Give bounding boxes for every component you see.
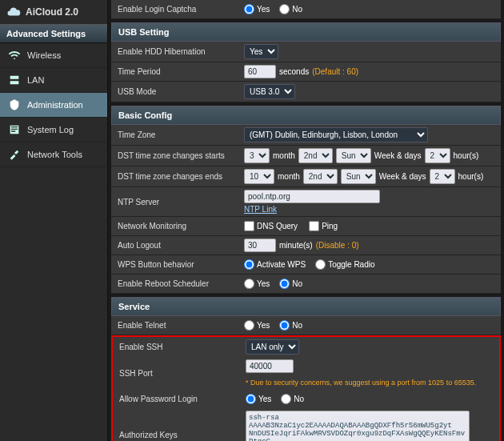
row-label-allow-pw: Allow Password Login [113, 391, 241, 407]
dst-start-hour[interactable]: 2 [425, 148, 450, 163]
telnet-no[interactable]: No [279, 320, 302, 331]
logo: AiCloud 2.0 [0, 0, 107, 24]
tz-select[interactable]: (GMT) Dublin, Edinburgh, Lisbon, London [244, 127, 428, 142]
row-label-tz: Time Zone [111, 127, 239, 142]
ntp-input[interactable] [244, 190, 380, 203]
sidebar-item-wireless[interactable]: Wireless [0, 43, 107, 68]
wps-toggle[interactable]: Toggle Radio [315, 259, 374, 270]
telnet-yes[interactable]: Yes [244, 320, 270, 331]
row-label-hdd-hib: Enable HDD Hibernation [111, 44, 239, 59]
row-label-netmon: Network Monitoring [111, 218, 239, 234]
usb-mode-select[interactable]: USB 3.0 [244, 84, 295, 99]
row-label-dst-end: DST time zone changes ends [111, 169, 239, 184]
wps-activate[interactable]: Activate WPS [244, 259, 306, 270]
row-label-wps: WPS Button behavior [111, 257, 239, 272]
dst-end-month[interactable]: 10 [244, 169, 274, 184]
admin-icon [8, 98, 21, 111]
row-label-usb-mode: USB Mode [111, 84, 239, 99]
sidebar-item-label: Wireless [27, 50, 61, 60]
sidebar-item-system-log[interactable]: System Log [0, 118, 107, 142]
wireless-icon [8, 49, 21, 62]
ssh-port-input[interactable] [246, 359, 294, 373]
allowpw-yes[interactable]: Yes [246, 394, 271, 404]
reboot-no[interactable]: No [279, 279, 302, 289]
allowpw-no[interactable]: No [281, 394, 304, 404]
dst-start-month[interactable]: 3 [244, 148, 270, 163]
row-label-ssh: Enable SSH [113, 339, 241, 355]
time-period-input[interactable] [244, 65, 276, 78]
dst-end-week[interactable]: 2nd [303, 169, 338, 184]
captcha-yes[interactable]: Yes [244, 4, 270, 14]
sidebar-item-label: Administration [27, 100, 83, 110]
row-label-ssh-port: SSH Port [113, 366, 241, 381]
ntp-link[interactable]: NTP Link [244, 205, 277, 214]
netmon-ping[interactable]: Ping [309, 221, 338, 231]
lan-icon [8, 74, 21, 86]
captcha-no[interactable]: No [279, 4, 302, 14]
advanced-settings-heading: Advanced Settings [0, 24, 107, 43]
row-label-autologout: Auto Logout [111, 238, 239, 253]
time-period-default: (Default : 60) [312, 67, 358, 76]
sidebar-item-label: System Log [27, 125, 74, 134]
tools-icon [8, 148, 21, 161]
row-label-reboot: Enable Reboot Scheduler [111, 276, 239, 291]
autologout-input[interactable] [244, 239, 276, 252]
row-label-time-period: Time Period [111, 64, 239, 79]
section-service: Service [111, 297, 501, 316]
sidebar-item-administration[interactable]: Administration [0, 93, 107, 118]
time-period-unit: seconds [279, 67, 309, 76]
authkeys-textarea[interactable] [246, 411, 470, 441]
dst-start-week[interactable]: 2nd [298, 148, 333, 163]
netmon-dns[interactable]: DNS Query [244, 221, 298, 231]
main-content: Enable Login Captcha Yes No USB Setting … [108, 0, 504, 441]
reboot-yes[interactable]: Yes [244, 279, 270, 289]
cloud-icon [6, 5, 21, 19]
dst-start-day[interactable]: Sun [336, 148, 371, 163]
left-sidebar: AiCloud 2.0 Advanced Settings Wireless L… [0, 0, 108, 441]
row-label-captcha: Enable Login Captcha [111, 2, 239, 17]
autologout-disable: (Disable : 0) [316, 241, 359, 250]
row-label-authkeys: Authorized Keys [113, 427, 241, 442]
hdd-hib-select[interactable]: Yes [244, 44, 278, 59]
ssh-select[interactable]: LAN only [246, 339, 299, 355]
dst-end-hour[interactable]: 2 [430, 169, 455, 184]
row-label-telnet: Enable Telnet [111, 318, 239, 333]
ssh-port-note: * Due to security concerns, we suggest u… [246, 379, 476, 387]
sidebar-item-lan[interactable]: LAN [0, 68, 107, 93]
row-label-ntp: NTP Server [111, 194, 239, 210]
sidebar-item-network-tools[interactable]: Network Tools [0, 142, 107, 167]
logo-title: AiCloud 2.0 [26, 6, 78, 18]
ssh-highlight-box: Enable SSH LAN only SSH Port * Due to se… [111, 335, 501, 441]
section-usb-setting: USB Setting [111, 22, 501, 42]
sidebar-item-label: Network Tools [27, 150, 82, 159]
dst-end-day[interactable]: Sun [341, 169, 376, 184]
row-label-dst-start: DST time zone changes starts [111, 148, 239, 163]
sidebar-item-label: LAN [27, 75, 44, 85]
section-basic-config: Basic Config [111, 106, 501, 125]
log-icon [8, 123, 21, 136]
